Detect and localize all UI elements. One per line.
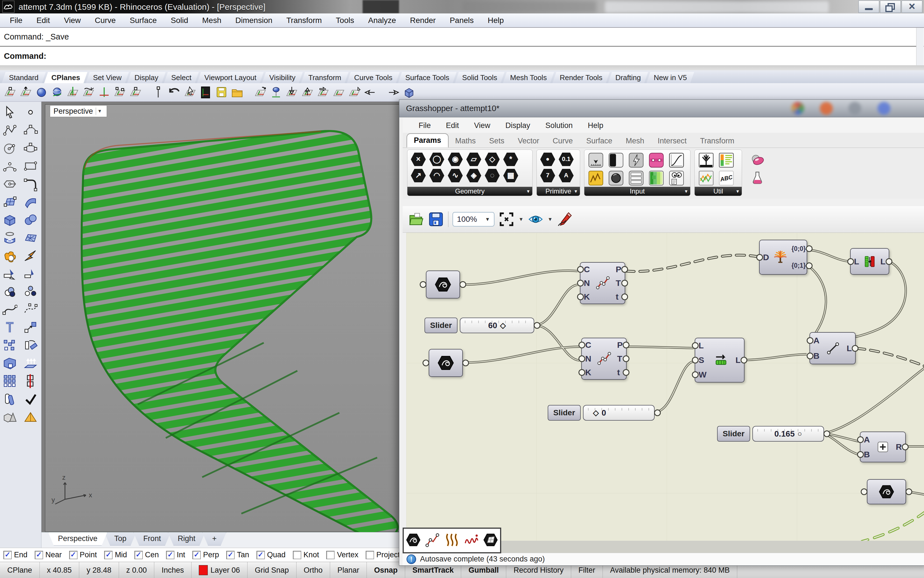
node-input[interactable]: C	[584, 265, 590, 274]
toolbar-icon[interactable]	[81, 85, 96, 99]
menu-item[interactable]: Mesh	[195, 16, 228, 25]
slider-track[interactable]: ◇ 0	[583, 405, 655, 421]
sidebar-tool-icon[interactable]	[22, 230, 39, 245]
checkbox[interactable]	[104, 551, 113, 559]
grasshopper-titlebar[interactable]: Grasshopper - attempt10*	[399, 100, 924, 117]
sidebar-tool-icon[interactable]	[22, 266, 39, 281]
toolbar-tab[interactable]: Visibility	[262, 72, 303, 83]
toolbar-tab[interactable]: Drafting	[608, 72, 648, 83]
ribbon-group-label[interactable]: Util▾	[695, 187, 742, 196]
menu-item[interactable]: Curve	[88, 16, 123, 25]
sidebar-tool-icon[interactable]	[22, 409, 39, 425]
util-param-icon[interactable]	[718, 152, 735, 168]
toolbar-tab[interactable]: Mesh Tools	[503, 72, 554, 83]
checkbox[interactable]	[366, 551, 374, 559]
status-cell[interactable]: Ortho	[297, 562, 331, 578]
toolbar-icon[interactable]	[34, 85, 49, 99]
param-hex-icon[interactable]: ◇	[484, 152, 500, 167]
checkbox[interactable]	[226, 551, 235, 559]
toolbar-icon[interactable]	[316, 85, 330, 99]
node-output[interactable]: {0;0}	[791, 245, 806, 253]
param-hex-icon[interactable]: ▱	[466, 152, 482, 167]
menu-item[interactable]: Display	[498, 121, 538, 130]
chevron-down-icon[interactable]: ▾	[575, 188, 577, 194]
param-hex-icon[interactable]: ◠	[429, 168, 445, 183]
param-hex-icon[interactable]: ●	[540, 152, 556, 167]
node-output[interactable]: R	[896, 442, 902, 452]
sketch-pen-icon[interactable]	[557, 211, 573, 227]
chevron-down-icon[interactable]: ▼	[96, 107, 103, 115]
node-input[interactable]: K	[585, 368, 592, 377]
sidebar-tool-icon[interactable]	[22, 284, 39, 299]
checkbox[interactable]	[35, 551, 43, 559]
node-curve-param[interactable]	[867, 479, 906, 504]
node-slider-0165[interactable]: Slider 0.165 ○	[717, 426, 824, 442]
node-curve-param[interactable]	[426, 271, 460, 299]
checkbox[interactable]	[3, 551, 12, 559]
node-input[interactable]: L	[699, 341, 704, 350]
category-tab[interactable]: Maths	[449, 135, 483, 148]
menu-item[interactable]: Transform	[279, 16, 329, 25]
input-param-icon[interactable]	[587, 152, 605, 168]
toolbar-tab[interactable]: Display	[127, 72, 165, 83]
node-output[interactable]: t	[616, 292, 619, 302]
checkbox[interactable]	[256, 551, 265, 559]
chevron-down-icon[interactable]: ▾	[685, 188, 687, 194]
sidebar-tool-icon[interactable]	[22, 122, 39, 138]
node-shift-list[interactable]: LSW L	[695, 338, 744, 383]
util-param-icon[interactable]	[697, 152, 715, 168]
sidebar-tool-icon[interactable]	[2, 104, 18, 120]
node-input[interactable]: W	[699, 370, 707, 380]
osnap-item[interactable]: Quad	[256, 550, 285, 559]
node-input[interactable]: A	[864, 435, 870, 445]
node-slider-60[interactable]: Slider 60 ◇	[425, 318, 534, 333]
toolbar-icon[interactable]	[269, 85, 283, 99]
param-hex-icon[interactable]: ↗	[410, 168, 426, 183]
category-tab[interactable]: Sets	[482, 135, 511, 148]
slider-handle[interactable]: ○	[798, 430, 802, 438]
sidebar-tool-icon[interactable]	[2, 158, 18, 174]
sidebar-tool-icon[interactable]	[22, 194, 39, 210]
status-cell[interactable]: Planar	[330, 562, 367, 578]
sidebar-tool-icon[interactable]	[22, 158, 39, 174]
menu-item[interactable]: Edit	[29, 16, 57, 25]
toolbar-tab[interactable]: Transform	[301, 72, 349, 83]
menu-item[interactable]: File	[3, 16, 29, 25]
menu-item[interactable]: Tools	[329, 16, 361, 25]
sidebar-tool-icon[interactable]	[2, 230, 18, 245]
sidebar-tool-icon[interactable]	[22, 356, 39, 371]
menu-item[interactable]: Dimension	[229, 16, 279, 25]
sidebar-tool-icon[interactable]	[2, 338, 18, 353]
param-hex-icon[interactable]: *	[503, 152, 519, 167]
grasshopper-canvas[interactable]: Slider 60 ◇ Slider ◇ 0 Slider	[406, 233, 924, 541]
node-input[interactable]: A	[814, 336, 820, 345]
checkbox[interactable]	[293, 551, 301, 559]
toolbar-icon[interactable]	[347, 85, 361, 99]
category-tab[interactable]: Surface	[580, 135, 619, 148]
node-input[interactable]: N	[585, 354, 592, 364]
preview-eye-icon[interactable]	[527, 211, 544, 227]
toolbar-icon[interactable]	[128, 85, 143, 99]
toolbar-icon[interactable]	[332, 85, 346, 99]
toolbar-icon[interactable]	[386, 85, 400, 99]
save-file-icon[interactable]	[428, 211, 444, 227]
osnap-item[interactable]: Perp	[192, 550, 219, 559]
toolbar-icon[interactable]	[113, 85, 127, 99]
viewport-label[interactable]: Perspective ▼	[50, 105, 107, 117]
open-file-icon[interactable]	[408, 211, 424, 227]
sidebar-tool-icon[interactable]	[22, 248, 39, 263]
polyline-shortcut-icon[interactable]	[425, 532, 441, 549]
status-cell[interactable]: z 0.00	[119, 562, 154, 578]
input-param-icon[interactable]	[627, 152, 645, 168]
command-scrollbar[interactable]	[916, 28, 924, 65]
param-hex-icon[interactable]: ◌	[484, 168, 500, 183]
node-input[interactable]: C	[585, 340, 592, 350]
param-hex-icon[interactable]: 0.1	[558, 152, 574, 167]
toolbar-icon[interactable]	[214, 85, 229, 99]
node-input[interactable]: S	[699, 356, 704, 365]
node-slider-0[interactable]: Slider ◇ 0	[548, 405, 655, 421]
osnap-item[interactable]: Near	[35, 550, 62, 559]
sidebar-tool-icon[interactable]	[2, 266, 18, 281]
toolbar-icon[interactable]	[66, 85, 80, 99]
slider-handle[interactable]: ◇	[593, 408, 599, 417]
